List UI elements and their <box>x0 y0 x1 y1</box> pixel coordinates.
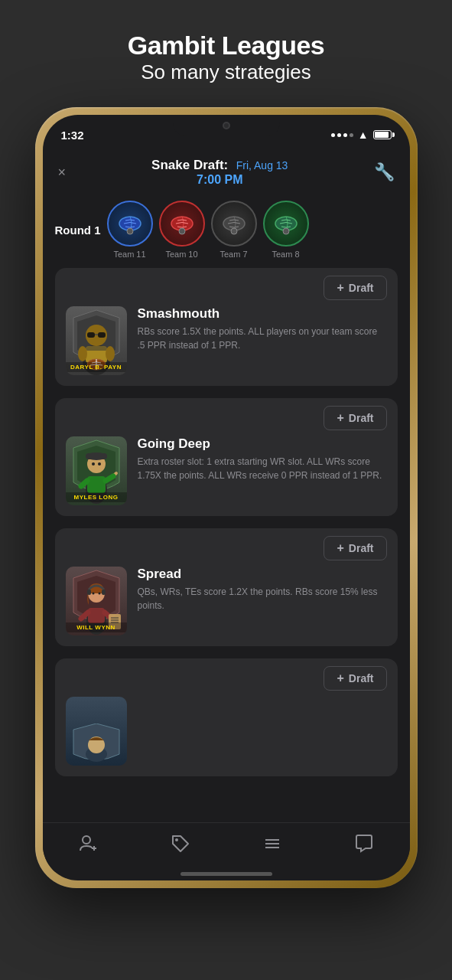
strategy-info-smashmouth: Smashmouth RBs score 1.5X the points. AL… <box>138 306 387 352</box>
svg-point-15 <box>78 346 87 361</box>
status-icons: ▲ <box>331 129 392 141</box>
round-label: Round 1 <box>55 224 101 237</box>
status-time: 1:32 <box>61 129 84 142</box>
svg-point-5 <box>231 228 237 234</box>
draft-title: Snake Draft: Fri, Aug 13 <box>151 158 288 173</box>
tag-icon <box>171 834 190 854</box>
spread-name-badge: Will Wynn <box>66 622 127 632</box>
draft-time: 7:00 PM <box>151 173 288 187</box>
strategy-body-smashmouth: Daryl B. Payn Smashmouth RBs score 1.5X … <box>55 306 398 386</box>
bottom-nav <box>43 822 410 872</box>
plus-icon-1: + <box>337 281 343 295</box>
plus-icon-2: + <box>337 411 343 425</box>
chat-icon <box>354 834 374 854</box>
team-slot-8: Team 8 <box>263 201 309 259</box>
page-header: Gambit Leagues So many strategies <box>128 31 325 84</box>
strategy-name-smashmouth: Smashmouth <box>138 306 387 322</box>
plus-icon-4: + <box>337 671 343 685</box>
character-spread: Will Wynn <box>66 567 127 635</box>
strategy-desc-going-deep: Extra roster slot: 1 extra starting WR s… <box>138 455 387 482</box>
strategy-body-going-deep: Myles Long Going Deep Extra roster slot:… <box>55 436 398 516</box>
svg-rect-22 <box>86 453 107 459</box>
strategy-body-partial <box>55 697 398 776</box>
svg-point-7 <box>283 228 289 234</box>
draft-button-partial[interactable]: + Draft <box>324 666 386 691</box>
round-row: Round 1 Team 11 <box>43 194 410 268</box>
svg-rect-29 <box>88 608 105 623</box>
nav-item-add-user[interactable] <box>63 831 114 857</box>
home-indicator <box>180 872 272 876</box>
svg-point-32 <box>98 593 100 595</box>
team-avatar-11 <box>107 201 153 247</box>
draft-btn-row-1: + Draft <box>55 268 398 306</box>
page-subtitle: So many strategies <box>128 60 325 84</box>
draft-btn-row-4: + Draft <box>55 658 398 697</box>
strategy-info-going-deep: Going Deep Extra roster slot: 1 extra st… <box>138 436 387 482</box>
svg-rect-19 <box>87 476 106 493</box>
football-icon-10 <box>168 210 196 237</box>
team-avatar-7 <box>211 201 257 247</box>
strategy-name-going-deep: Going Deep <box>138 436 387 452</box>
svg-rect-34 <box>102 590 106 595</box>
nav-item-list[interactable] <box>247 831 298 857</box>
team-avatar-8 <box>263 201 309 247</box>
svg-point-46 <box>175 838 178 841</box>
team-avatar-10 <box>159 201 205 247</box>
team-slot-11: Team 11 <box>107 201 153 259</box>
svg-point-1 <box>127 228 133 234</box>
strategy-desc-smashmouth: RBs score 1.5X the points. ALL players o… <box>138 325 387 352</box>
football-icon-8 <box>272 210 300 237</box>
app-content: × Snake Draft: Fri, Aug 13 7:00 PM 🔧 Rou… <box>43 149 410 880</box>
wifi-icon: ▲ <box>358 129 369 141</box>
strategy-info-spread: Spread QBs, WRs, TEs score 1.2X the poin… <box>138 567 387 612</box>
strategy-card-smashmouth: + Draft <box>55 268 398 386</box>
svg-point-3 <box>179 228 185 234</box>
add-user-icon <box>79 834 99 854</box>
smashmouth-name-badge: Daryl B. Payn <box>66 362 127 372</box>
svg-point-16 <box>106 346 115 361</box>
strategy-card-partial: + Draft <box>55 658 398 776</box>
team-8-label: Team 8 <box>272 250 299 259</box>
team-10-label: Team 10 <box>165 250 197 259</box>
team-slot-10: Team 10 <box>159 201 205 259</box>
svg-rect-13 <box>98 332 106 338</box>
notch <box>173 115 280 136</box>
svg-rect-12 <box>87 332 95 338</box>
strategy-desc-spread: QBs, WRs, TEs score 1.2X the points. RBs… <box>138 585 387 612</box>
character-smashmouth: Daryl B. Payn <box>66 306 127 375</box>
draft-button-going-deep[interactable]: + Draft <box>324 406 386 430</box>
strategy-body-spread: Will Wynn Spread QBs, WRs, TEs score 1.2… <box>55 567 398 646</box>
strategy-card-going-deep: + Draft <box>55 398 398 516</box>
svg-point-43 <box>83 836 90 844</box>
team-slot-7: Team 7 <box>211 201 257 259</box>
draft-button-spread[interactable]: + Draft <box>324 536 386 560</box>
character-going-deep: Myles Long <box>66 436 127 505</box>
strategy-name-spread: Spread <box>138 567 387 582</box>
list-icon <box>262 834 282 854</box>
nav-item-chat[interactable] <box>339 831 389 857</box>
nav-item-tag[interactable] <box>155 831 206 857</box>
settings-button[interactable]: 🔧 <box>374 162 395 182</box>
team-7-label: Team 7 <box>219 250 247 259</box>
phone-screen: 1:32 ▲ × Snake D <box>43 115 410 880</box>
page-title: Gambit Leagues <box>128 31 325 60</box>
close-button[interactable]: × <box>58 165 67 181</box>
svg-point-31 <box>92 593 94 595</box>
team-11-label: Team 11 <box>113 250 145 259</box>
svg-point-23 <box>92 462 95 466</box>
svg-rect-10 <box>86 346 107 351</box>
football-icon-11 <box>116 210 144 237</box>
strategies-list: + Draft <box>43 268 410 822</box>
draft-btn-row-2: + Draft <box>55 398 398 436</box>
draft-button-smashmouth[interactable]: + Draft <box>324 276 386 300</box>
camera <box>223 122 230 129</box>
character-partial <box>66 697 127 766</box>
going-deep-name-badge: Myles Long <box>66 492 127 502</box>
svg-point-24 <box>98 462 101 466</box>
battery-icon <box>373 130 392 139</box>
strategy-card-spread: + Draft <box>55 528 398 646</box>
phone-frame: 1:32 ▲ × Snake D <box>35 107 418 888</box>
draft-header: × Snake Draft: Fri, Aug 13 7:00 PM 🔧 <box>43 149 410 194</box>
draft-date: Fri, Aug 13 <box>236 159 288 172</box>
draft-title-area: Snake Draft: Fri, Aug 13 7:00 PM <box>151 158 288 187</box>
